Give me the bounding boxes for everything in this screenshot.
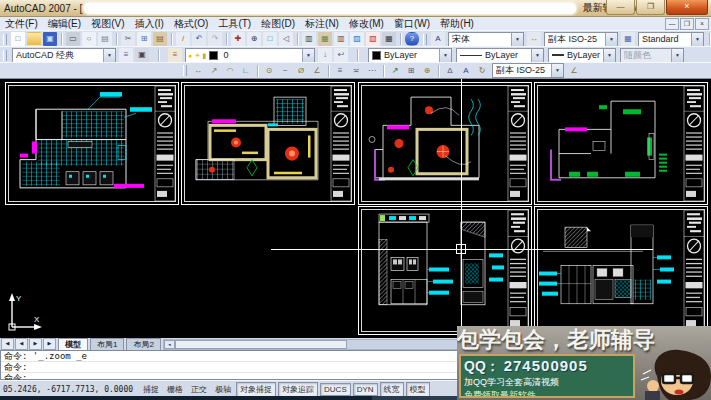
copy-icon[interactable]: ⊞ <box>137 32 151 46</box>
dim-arc-length-icon[interactable]: ◠ <box>223 64 237 78</box>
dim-leader-icon[interactable]: ↗ <box>388 64 402 78</box>
dim-radius-icon[interactable]: ⊙ <box>262 64 276 78</box>
designcenter-icon[interactable]: ▦ <box>318 32 332 46</box>
status-dyn-button[interactable]: DYN <box>353 383 378 396</box>
dim-linear-icon[interactable]: ↔ <box>191 64 205 78</box>
help-icon[interactable]: ? <box>405 32 419 46</box>
text-style-select[interactable]: 宋体 ▼ <box>448 32 524 47</box>
dim-update-icon[interactable]: ↻ <box>475 64 489 78</box>
chevron-down-icon[interactable]: ▼ <box>605 33 617 46</box>
tab-first-button[interactable]: ◀ <box>1 338 14 350</box>
plot-icon[interactable]: ▭ <box>66 32 80 46</box>
dim-style-icon[interactable]: ↔ <box>527 32 541 46</box>
dim-jogged-icon[interactable]: ~ <box>278 64 292 78</box>
layer-color-swatch[interactable] <box>209 51 218 60</box>
menu-tools[interactable]: 工具(T) <box>213 17 256 30</box>
mdi-close-button[interactable]: × <box>695 18 709 30</box>
sheet-set-manager-icon[interactable]: ▨ <box>350 32 364 46</box>
zoom-previous-icon[interactable]: ◁ <box>279 32 293 46</box>
cut-icon[interactable]: ✂ <box>121 32 135 46</box>
paste-icon[interactable]: ▤ <box>153 32 167 46</box>
chevron-down-icon[interactable]: ▼ <box>103 49 115 62</box>
dim-baseline-icon[interactable]: ≍ <box>349 64 363 78</box>
chevron-down-icon[interactable]: ▼ <box>603 49 615 62</box>
markup-set-icon[interactable]: ▧ <box>366 32 380 46</box>
layer-properties-manager-icon[interactable]: ≡ <box>168 48 182 62</box>
dim-angular-icon[interactable]: ∠ <box>310 64 324 78</box>
tab-next-button[interactable]: ▶ <box>29 338 42 350</box>
pan-icon[interactable]: ✚ <box>231 32 245 46</box>
status-grid-button[interactable]: 栅格 <box>164 383 186 396</box>
tab-model[interactable]: 模型 <box>58 338 88 350</box>
dim-edit-icon[interactable]: Δ <box>443 64 457 78</box>
close-button[interactable]: × <box>666 0 708 15</box>
tool-palettes-icon[interactable]: ▥ <box>334 32 348 46</box>
tab-layout1[interactable]: 布局1 <box>90 338 124 350</box>
tab-last-button[interactable]: ▶ <box>43 338 56 350</box>
status-ducs-button[interactable]: DUCS <box>320 383 351 396</box>
save-icon[interactable]: ▣ <box>43 32 57 46</box>
status-snap-button[interactable]: 捕捉 <box>140 383 162 396</box>
menu-edit[interactable]: 编辑(E) <box>43 17 86 30</box>
dim-tolerance-icon[interactable]: ⊞ <box>404 64 418 78</box>
menu-draw[interactable]: 绘图(D) <box>256 17 300 30</box>
maximize-button[interactable]: ❐ <box>636 0 665 15</box>
properties-icon[interactable]: ▥ <box>302 32 316 46</box>
undo-icon[interactable]: ↶ <box>192 32 206 46</box>
menu-window[interactable]: 窗口(W) <box>389 17 435 30</box>
text-style-icon[interactable]: A <box>431 32 445 46</box>
workspace-select[interactable]: AutoCAD 经典 ▼ <box>12 48 116 63</box>
status-polar-button[interactable]: 极轴 <box>212 383 234 396</box>
dim-quick-icon[interactable]: ≡ <box>333 64 347 78</box>
menu-help[interactable]: 帮助(H) <box>435 17 479 30</box>
match-properties-icon[interactable]: / <box>176 32 190 46</box>
menu-dimension[interactable]: 标注(N) <box>300 17 344 30</box>
dim-diameter-icon[interactable]: Ø <box>294 64 308 78</box>
minimize-button[interactable]: — <box>606 0 635 15</box>
menu-insert[interactable]: 插入(I) <box>129 17 168 30</box>
status-ortho-button[interactable]: 正交 <box>188 383 210 396</box>
lineweight-select[interactable]: ByLayer ▼ <box>548 48 616 63</box>
chevron-down-icon[interactable]: ▼ <box>439 49 451 62</box>
status-model-button[interactable]: 模型 <box>406 382 430 397</box>
table-style-select[interactable]: Standard ▼ <box>638 32 704 47</box>
linetype-select[interactable]: ByLayer ▼ <box>456 48 544 63</box>
chevron-down-icon[interactable]: ▼ <box>302 49 314 62</box>
menu-file[interactable]: 文件(F) <box>0 17 43 30</box>
toolbar-grip[interactable] <box>3 34 7 45</box>
tab-previous-button[interactable]: ◀ <box>15 338 28 350</box>
tab-layout2[interactable]: 布局2 <box>126 338 160 350</box>
status-lwt-button[interactable]: 线宽 <box>380 382 404 397</box>
mdi-restore-button[interactable]: ❐ <box>680 18 694 30</box>
dim-aligned-icon[interactable]: ↗ <box>207 64 221 78</box>
make-layer-current-icon[interactable]: ↓ <box>318 48 332 62</box>
toolbar-grip[interactable] <box>3 50 7 61</box>
dim-style-manager-icon[interactable]: ∠ <box>567 64 581 78</box>
chevron-down-icon[interactable]: ▼ <box>511 33 523 46</box>
new-file-icon[interactable]: □ <box>11 32 25 46</box>
scroll-left-icon[interactable]: ◄ <box>164 340 175 349</box>
workspace-lock-icon[interactable]: ▣ <box>135 48 149 62</box>
model-space-canvas[interactable]: Y X <box>0 78 711 339</box>
dim-style-select-2[interactable]: 副本 ISO-25 ▼ <box>492 63 564 78</box>
status-osnap-button[interactable]: 对象捕捉 <box>236 382 276 397</box>
color-select[interactable]: ByLayer ▼ <box>368 48 452 63</box>
redo-icon[interactable]: ↷ <box>208 32 222 46</box>
dim-center-mark-icon[interactable]: ⊕ <box>420 64 434 78</box>
dim-ordinate-icon[interactable]: ∟ <box>239 64 253 78</box>
dim-text-edit-icon[interactable]: A <box>459 64 473 78</box>
toolbar-grip[interactable] <box>183 65 187 76</box>
publish-icon[interactable]: ▤ <box>98 32 112 46</box>
menu-modify[interactable]: 修改(M) <box>344 17 389 30</box>
scrollbar-thumb[interactable] <box>175 340 347 349</box>
layer-select[interactable]: ●☀▮ 0 ▼ <box>185 48 315 63</box>
quickcalc-icon[interactable]: ▦ <box>382 32 396 46</box>
layer-on-icon[interactable]: ● <box>188 49 192 62</box>
menu-format[interactable]: 格式(O) <box>169 17 213 30</box>
zoom-window-icon[interactable]: □ <box>263 32 277 46</box>
layer-freeze-icon[interactable]: ☀ <box>194 49 200 62</box>
zoom-realtime-icon[interactable]: ⊕ <box>247 32 261 46</box>
mdi-minimize-button[interactable]: — <box>665 18 679 30</box>
dim-continue-icon[interactable]: ⋯ <box>365 64 379 78</box>
plot-preview-icon[interactable]: ○ <box>82 32 96 46</box>
